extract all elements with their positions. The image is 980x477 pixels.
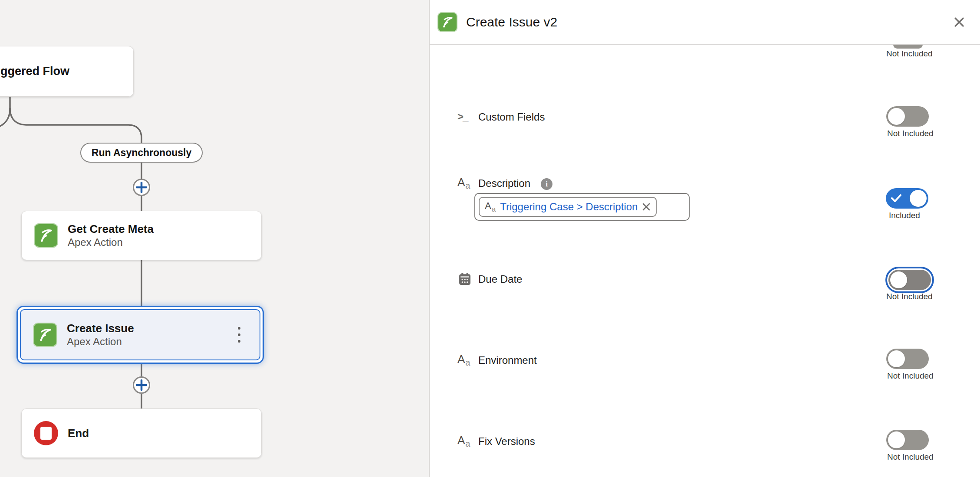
- plus-icon: [136, 182, 147, 193]
- toggle-due-date[interactable]: [888, 270, 931, 290]
- toggle-fix-versions[interactable]: [886, 430, 929, 450]
- apex-action-icon: [437, 12, 457, 32]
- panel-title: Create Issue v2: [466, 15, 941, 29]
- text-aa-icon: Aa: [457, 434, 470, 447]
- run-asynchronously-label: Run Asynchronously: [92, 147, 191, 159]
- node-title: End: [68, 427, 89, 439]
- field-label-environment: Environment: [478, 354, 537, 367]
- description-resource-input[interactable]: Aa Triggering Case > Description: [474, 193, 690, 221]
- calendar-icon: [458, 272, 471, 285]
- toggle-status: Not Included: [887, 129, 934, 138]
- trigger-node-label: ggered Flow: [0, 46, 69, 96]
- apex-action-icon: [33, 323, 57, 347]
- node-menu-kebab-icon[interactable]: [238, 327, 240, 343]
- flow-canvas[interactable]: ggered Flow Run Asynchronously Get Creat…: [0, 0, 430, 477]
- plus-icon: [136, 379, 147, 391]
- field-label-description: Description: [478, 177, 530, 190]
- close-panel-button[interactable]: [950, 13, 969, 32]
- node-subtitle: Apex Action: [67, 336, 134, 347]
- node-get-create-meta[interactable]: Get Create Meta Apex Action: [21, 211, 262, 260]
- node-title: Get Create Meta: [68, 223, 154, 235]
- toggle-environment[interactable]: [886, 349, 929, 369]
- add-element-button[interactable]: [133, 376, 150, 394]
- toggle-description[interactable]: [886, 188, 928, 209]
- flow-builder-screen: ggered Flow Run Asynchronously Get Creat…: [0, 0, 980, 477]
- field-label-custom-fields: Custom Fields: [478, 111, 545, 124]
- text-aa-icon: Aa: [457, 176, 470, 189]
- remove-resource-icon[interactable]: [642, 203, 651, 211]
- info-icon[interactable]: i: [541, 178, 552, 190]
- toggle-status: Not Included: [886, 49, 933, 59]
- toggle-status: Included: [889, 211, 920, 220]
- toggle-status: Not Included: [887, 452, 934, 462]
- resource-pill[interactable]: Aa Triggering Case > Description: [479, 197, 657, 217]
- toggle-status: Not Included: [886, 292, 933, 301]
- text-aa-icon: Aa: [485, 200, 496, 214]
- node-create-issue[interactable]: Create Issue Apex Action: [20, 309, 260, 360]
- trigger-node[interactable]: ggered Flow: [0, 46, 134, 97]
- add-element-button[interactable]: [133, 179, 150, 196]
- node-end[interactable]: End: [21, 408, 262, 458]
- check-icon: [891, 194, 901, 203]
- panel-body: Not Included >_ Custom Fields Not Includ…: [430, 45, 980, 477]
- panel-header: Create Issue v2: [430, 0, 980, 45]
- close-icon: [953, 16, 965, 28]
- toggle-custom-fields[interactable]: [886, 106, 929, 127]
- partial-toggle[interactable]: [893, 45, 923, 49]
- field-label-due-date: Due Date: [478, 273, 522, 286]
- field-label-fix-versions: Fix Versions: [478, 435, 535, 448]
- end-stop-icon: [34, 421, 58, 445]
- terminal-prompt-icon: >_: [457, 111, 470, 124]
- node-subtitle: Apex Action: [68, 237, 154, 248]
- run-asynchronously-badge[interactable]: Run Asynchronously: [80, 143, 203, 163]
- apex-action-icon: [34, 223, 58, 248]
- toggle-status: Not Included: [887, 371, 934, 381]
- text-aa-icon: Aa: [457, 353, 470, 366]
- resource-pill-label: Triggering Case > Description: [500, 201, 638, 213]
- create-issue-panel: Create Issue v2 Not Included >_ Custom F…: [430, 0, 980, 477]
- node-create-issue-selected[interactable]: Create Issue Apex Action: [16, 306, 264, 364]
- node-title: Create Issue: [67, 322, 134, 334]
